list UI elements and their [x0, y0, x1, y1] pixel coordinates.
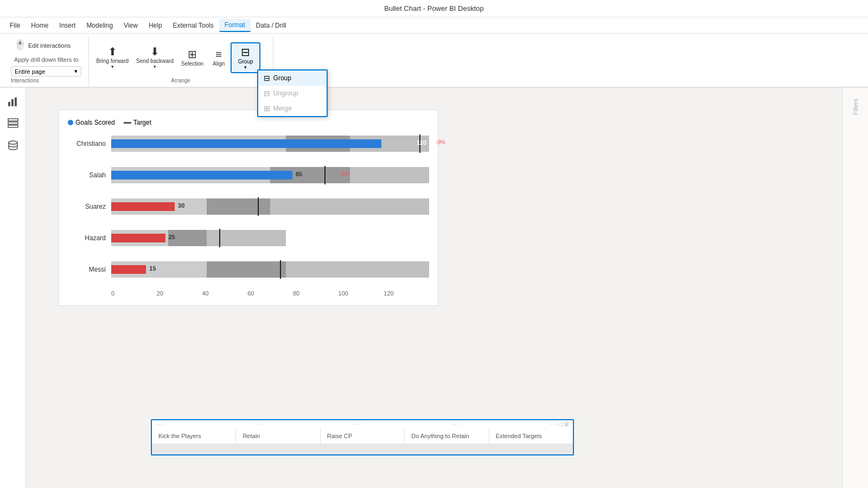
svg-rect-1 — [11, 99, 14, 106]
pct-label-christiano: -9% — [436, 139, 445, 145]
legend-target: Target — [124, 119, 151, 126]
label-hazard: Hazard — [68, 234, 111, 242]
send-backward-button[interactable]: ⬇ Send backward ▾ — [133, 44, 177, 72]
drill-dropdown[interactable]: Entire page ▾ — [11, 66, 81, 76]
group-icon: ⊟ — [241, 46, 250, 59]
value-label-hazard: 25 — [168, 234, 175, 240]
arrange-group: ⬆ Bring forward ▾ ⬇ Send backward ▾ ⊞ Se… — [89, 36, 273, 87]
chart-legend: Goals Scored Target — [68, 119, 429, 126]
target-line — [124, 122, 131, 124]
chevron-down-icon: ▾ — [111, 64, 114, 69]
group-dropdown-ungroup[interactable]: ⊟ Ungroup — [258, 86, 327, 101]
track-christiano: 120 -9% — [111, 133, 429, 155]
slicer-item-label-2: Retain — [242, 433, 313, 439]
slicer-dots-1: · · · — [156, 421, 164, 427]
goals-scored-dot — [68, 120, 73, 125]
slicer-item-3[interactable]: Raise CP — [321, 428, 405, 444]
target-line-messi — [280, 260, 281, 279]
chart-area: Christiano 120 -9% Salah — [68, 133, 429, 297]
x-axis: 0 20 40 60 80 100 120 — [111, 290, 429, 297]
bar-row-messi: Messi 15 — [68, 259, 429, 280]
slicer-dots-3: · · · — [353, 421, 361, 427]
bar-row-salah: Salah 85 -6% — [68, 164, 429, 186]
menu-home[interactable]: Home — [25, 20, 54, 31]
slicer-item-label-3: Raise CP — [327, 433, 398, 439]
group-dropdown-group[interactable]: ⊟ Group — [258, 70, 327, 86]
menu-data-drill[interactable]: Data / Drill — [251, 20, 292, 31]
bar-row-hazard: Hazard 25 — [68, 227, 429, 249]
bullet-chart: Goals Scored Target Christiano — [59, 110, 438, 306]
sidebar-table[interactable] — [3, 114, 23, 133]
slicer-footer — [152, 444, 573, 454]
interactions-group-label: Interactions — [11, 78, 82, 85]
track-salah: 85 -6% — [111, 164, 429, 186]
label-christiano: Christiano — [68, 140, 111, 147]
target-line-hazard — [219, 229, 220, 247]
align-button[interactable]: ≡ Align — [208, 47, 229, 69]
menu-bar: File Home Insert Modeling View Help Exte… — [0, 17, 868, 34]
group-button[interactable]: ⊟ Group ▾ — [231, 42, 260, 73]
x-tick-80: 80 — [293, 290, 339, 297]
bar-row-suarez: Suarez 30 — [68, 196, 429, 217]
menu-view[interactable]: View — [118, 20, 143, 31]
svg-rect-0 — [8, 102, 10, 106]
x-tick-40: 40 — [202, 290, 247, 297]
menu-external-tools[interactable]: External Tools — [168, 20, 219, 31]
target-line-salah — [324, 166, 326, 184]
x-tick-20: 20 — [157, 290, 202, 297]
svg-rect-2 — [15, 98, 17, 106]
edit-interactions-label: Edit interactions — [28, 42, 71, 49]
menu-format[interactable]: Format — [219, 19, 251, 32]
track-messi: 15 — [111, 259, 429, 280]
selection-icon: ⊞ — [188, 49, 197, 60]
ungroup-menu-icon: ⊟ — [264, 89, 270, 98]
track-suarez: 30 — [111, 196, 429, 217]
chevron-down-icon: ▾ — [154, 64, 156, 69]
slicer-dots-5: · · · □ ⊞ — [551, 421, 569, 427]
x-tick-120: 120 — [384, 290, 429, 297]
interactions-group: 🖱️ Edit interactions Apply drill down fi… — [4, 36, 89, 87]
edit-interactions-icon: 🖱️ — [14, 40, 26, 50]
value-label-christiano: 120 — [417, 139, 426, 146]
title-text: Bullet Chart - Power BI Desktop — [384, 4, 484, 12]
merge-menu-label: Merge — [273, 105, 292, 112]
edit-interactions-button[interactable]: 🖱️ Edit interactions — [11, 38, 74, 53]
slicer-item-label-1: Kick the Players — [158, 433, 229, 439]
slicer-panel: · · · · · · · · · · · · · · · □ ⊞ Kick t… — [151, 419, 574, 455]
goals-scored-label: Goals Scored — [75, 119, 115, 126]
group-menu-label: Group — [273, 74, 291, 82]
slicer-item-1[interactable]: Kick the Players — [152, 428, 236, 444]
selection-button[interactable]: ⊞ Selection — [178, 47, 207, 69]
send-backward-icon: ⬇ — [150, 46, 159, 57]
slicer-item-label-5: Extended Targets — [496, 433, 566, 439]
group-dropdown-menu: ⊟ Group ⊟ Ungroup ⊞ Merge — [257, 69, 328, 117]
ungroup-menu-label: Ungroup — [273, 89, 298, 97]
x-tick-100: 100 — [339, 290, 384, 297]
menu-help[interactable]: Help — [143, 20, 168, 31]
group-dropdown-merge[interactable]: ⊞ Merge — [258, 101, 327, 116]
x-tick-0: 0 — [111, 290, 157, 297]
menu-insert[interactable]: Insert — [54, 20, 81, 31]
slicer-item-2[interactable]: Retain — [236, 428, 320, 444]
slicer-item-5[interactable]: Extended Targets — [489, 428, 573, 444]
align-icon: ≡ — [215, 49, 222, 60]
value-label-suarez: 30 — [178, 202, 184, 209]
bring-forward-button[interactable]: ⬆ Bring forward ▾ — [93, 44, 132, 72]
slicer-item-label-4: Do Anything to Retain — [411, 433, 482, 439]
sidebar-bar-chart[interactable] — [3, 92, 23, 112]
menu-file[interactable]: File — [4, 20, 25, 31]
svg-rect-4 — [8, 122, 18, 124]
menu-modeling[interactable]: Modeling — [81, 20, 118, 31]
value-label-messi: 15 — [149, 265, 156, 272]
value-bar-hazard — [111, 234, 165, 242]
track-hazard: 25 — [111, 227, 429, 249]
filters-label: Filters — [852, 99, 859, 115]
value-bar-suarez — [111, 202, 175, 211]
slicer-item-4[interactable]: Do Anything to Retain — [405, 428, 489, 444]
sidebar-data[interactable] — [3, 136, 23, 155]
group-menu-icon: ⊟ — [264, 74, 270, 82]
slicer-items: Kick the Players Retain Raise CP Do Anyt… — [152, 428, 573, 444]
title-bar: Bullet Chart - Power BI Desktop — [0, 0, 868, 17]
slicer-dots-2: · · · — [255, 421, 263, 427]
svg-rect-5 — [8, 125, 18, 127]
